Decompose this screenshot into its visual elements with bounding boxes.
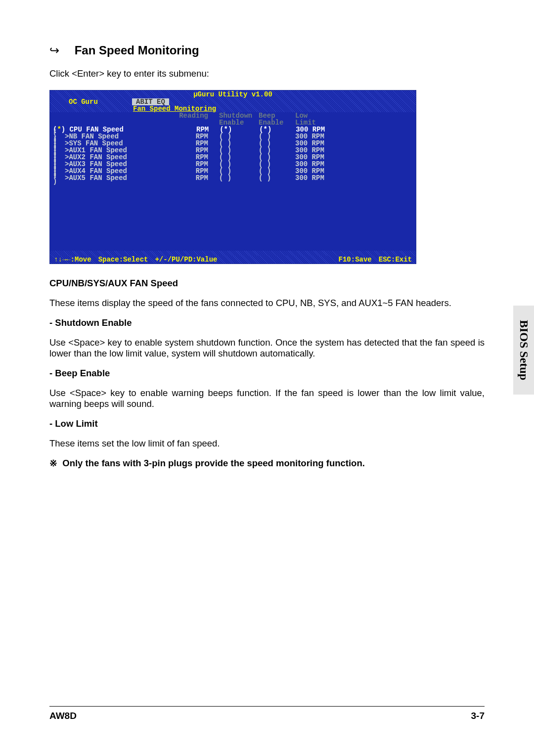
fan-name: CPU FAN Speed bbox=[65, 126, 144, 133]
side-tab: BIOS Setup bbox=[513, 306, 534, 395]
fan-name: >AUX2 FAN Speed bbox=[65, 154, 144, 161]
col-header-shutdown: Shutdown bbox=[219, 112, 259, 119]
bullet-low-limit: - Low Limit bbox=[49, 418, 485, 429]
side-tab-label: BIOS Setup bbox=[517, 320, 531, 380]
bios-tabs: OC Guru ABIT EQ bbox=[50, 98, 416, 105]
beep-enable-toggle[interactable]: ( ) bbox=[259, 140, 295, 147]
bullet-shutdown-enable: - Shutdown Enable bbox=[49, 317, 485, 328]
hint-exit: ESC:Exit bbox=[379, 256, 412, 263]
col-header-beep: Beep bbox=[259, 112, 295, 119]
col-header-low2: Limit bbox=[295, 119, 340, 126]
section-title: Fan Speed Monitoring bbox=[75, 44, 199, 57]
shutdown-enable-toggle[interactable]: ( ) bbox=[219, 175, 259, 181]
fan-reading: RPM bbox=[144, 140, 208, 147]
note-glyph-icon: ※ bbox=[49, 458, 57, 468]
low-limit-value[interactable]: 300 RPM bbox=[296, 126, 340, 133]
bios-title: µGuru Utility v1.00 bbox=[50, 90, 416, 98]
tab-abit-eq[interactable]: ABIT EQ bbox=[132, 98, 169, 105]
bios-screenshot: µGuru Utility v1.00 OC Guru ABIT EQ Fan … bbox=[49, 90, 416, 264]
bullet-beep-enable: - Beep Enable bbox=[49, 368, 485, 379]
bios-fan-row[interactable]: ( )>AUX1 FAN SpeedRPM( )( )300 RPM bbox=[50, 147, 416, 154]
low-limit-value[interactable]: 300 RPM bbox=[295, 147, 340, 154]
low-limit-value[interactable]: 300 RPM bbox=[295, 154, 340, 161]
shutdown-enable-toggle[interactable]: (*) bbox=[220, 126, 259, 133]
hint-save: F10:Save bbox=[339, 256, 372, 263]
desc-p1: These items display the speed of the fan… bbox=[49, 298, 485, 309]
desc-p2: Use <Space> key to enable system shutdow… bbox=[49, 337, 485, 359]
fan-name: >AUX5 FAN Speed bbox=[65, 175, 144, 181]
desc-p3: Use <Space> key to enable warning beeps … bbox=[49, 388, 485, 409]
note-3pin: ※ Only the fans with 3-pin plugs provide… bbox=[49, 458, 485, 469]
tab-oc-guru[interactable]: OC Guru bbox=[65, 98, 102, 105]
fan-reading: RPM bbox=[144, 147, 208, 154]
bios-fan-row[interactable]: ( )>SYS FAN SpeedRPM( )( )300 RPM bbox=[50, 140, 416, 147]
shutdown-enable-toggle[interactable]: ( ) bbox=[219, 140, 259, 147]
fan-name: >AUX1 FAN Speed bbox=[65, 147, 144, 154]
shutdown-enable-toggle[interactable]: ( ) bbox=[219, 154, 259, 161]
fan-reading: RPM bbox=[144, 133, 208, 140]
col-header-reading: Reading bbox=[144, 112, 208, 119]
fan-reading: RPM bbox=[144, 168, 208, 175]
fan-name: >AUX3 FAN Speed bbox=[65, 161, 144, 168]
shutdown-enable-toggle[interactable]: ( ) bbox=[219, 133, 259, 140]
bios-fan-row[interactable]: ( )>AUX3 FAN SpeedRPM( )( )300 RPM bbox=[50, 161, 416, 168]
fan-reading: RPM bbox=[144, 126, 209, 133]
beep-enable-toggle[interactable]: ( ) bbox=[259, 147, 295, 154]
low-limit-value[interactable]: 300 RPM bbox=[295, 168, 340, 175]
beep-enable-toggle[interactable]: ( ) bbox=[259, 154, 295, 161]
bios-header-row2: Enable Enable Limit bbox=[50, 119, 416, 126]
fan-name: >SYS FAN Speed bbox=[65, 140, 144, 147]
bios-fan-row[interactable]: (*) CPU FAN SpeedRPM(*)(*)300 RPM bbox=[50, 126, 416, 133]
fan-name: >NB FAN Speed bbox=[65, 133, 144, 140]
beep-enable-toggle[interactable]: ( ) bbox=[259, 168, 295, 175]
bios-subtitle-row: Fan Speed Monitoring bbox=[50, 105, 416, 112]
beep-enable-toggle[interactable]: ( ) bbox=[259, 133, 295, 140]
row-enable-toggle[interactable]: ( ) bbox=[53, 171, 65, 185]
fan-reading: RPM bbox=[144, 175, 208, 181]
low-limit-value[interactable]: 300 RPM bbox=[295, 140, 340, 147]
low-limit-value[interactable]: 300 RPM bbox=[295, 133, 340, 140]
footer-left: AW8D bbox=[49, 711, 77, 721]
intro-text: Click <Enter> key to enter its submenu: bbox=[49, 68, 485, 79]
col-header-low: Low bbox=[295, 112, 340, 119]
page-footer: AW8D 3-7 bbox=[49, 706, 485, 721]
fan-reading: RPM bbox=[144, 154, 208, 161]
section-heading: ↪ Fan Speed Monitoring bbox=[49, 44, 485, 57]
shutdown-enable-toggle[interactable]: ( ) bbox=[219, 147, 259, 154]
footer-right: 3-7 bbox=[471, 711, 485, 721]
document-page: ↪ Fan Speed Monitoring Click <Enter> key… bbox=[0, 0, 534, 756]
arrow-icon: ↪ bbox=[49, 44, 71, 57]
low-limit-value[interactable]: 300 RPM bbox=[295, 161, 340, 168]
beep-enable-toggle[interactable]: ( ) bbox=[259, 161, 295, 168]
beep-enable-toggle[interactable]: (*) bbox=[259, 126, 296, 133]
subheading-fanspeed: CPU/NB/SYS/AUX FAN Speed bbox=[49, 278, 485, 289]
fan-reading: RPM bbox=[144, 161, 208, 168]
bios-subtitle: Fan Speed Monitoring bbox=[133, 105, 216, 112]
hint-value: +/-/PU/PD:Value bbox=[155, 256, 217, 263]
bios-footer: ↑↓→←:Move Space:Select +/-/PU/PD:Value F… bbox=[50, 256, 416, 264]
fan-name: >AUX4 FAN Speed bbox=[65, 168, 144, 175]
beep-enable-toggle[interactable]: ( ) bbox=[259, 175, 295, 181]
bios-header-row1: Reading Shutdown Beep Low bbox=[50, 112, 416, 119]
bios-body: Reading Shutdown Beep Low Enable Enable … bbox=[50, 112, 416, 251]
bios-fan-row[interactable]: ( )>AUX5 FAN SpeedRPM( )( )300 RPM bbox=[50, 175, 416, 181]
note-text: Only the fans with 3-pin plugs provide t… bbox=[62, 458, 365, 468]
hint-select: Space:Select bbox=[98, 256, 148, 263]
shutdown-enable-toggle[interactable]: ( ) bbox=[219, 161, 259, 168]
description-body: CPU/NB/SYS/AUX FAN Speed These items dis… bbox=[49, 278, 485, 469]
hint-move: ↑↓→←:Move bbox=[54, 256, 91, 263]
bios-fan-row[interactable]: ( )>NB FAN SpeedRPM( )( )300 RPM bbox=[50, 133, 416, 140]
shutdown-enable-toggle[interactable]: ( ) bbox=[219, 168, 259, 175]
bios-fan-row[interactable]: ( )>AUX2 FAN SpeedRPM( )( )300 RPM bbox=[50, 154, 416, 161]
bios-fan-row[interactable]: ( )>AUX4 FAN SpeedRPM( )( )300 RPM bbox=[50, 168, 416, 175]
col-header-shutdown2: Enable bbox=[219, 119, 259, 126]
low-limit-value[interactable]: 300 RPM bbox=[295, 175, 340, 181]
desc-p4: These items set the low limit of fan spe… bbox=[49, 438, 485, 449]
col-header-beep2: Enable bbox=[259, 119, 295, 126]
